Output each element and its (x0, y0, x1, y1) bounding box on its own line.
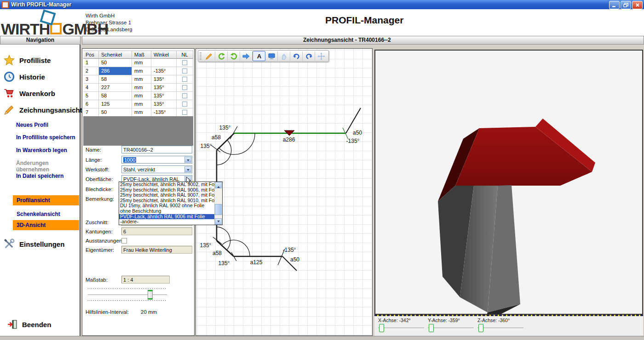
cell-schenkel[interactable]: 58 (99, 92, 132, 100)
name-input[interactable]: TR400166--2 (121, 146, 192, 153)
cell-schenkel[interactable]: 50 (99, 108, 132, 117)
dimension-label: a50 (290, 256, 299, 263)
nl-checkbox[interactable] (182, 93, 187, 98)
move-button[interactable] (315, 51, 327, 61)
undo-button[interactable] (290, 51, 303, 61)
sidebar-item-schenkelansicht[interactable]: Schenkelansicht (13, 209, 79, 219)
column-header-nl[interactable]: NL (177, 51, 193, 59)
nl-checkbox[interactable] (182, 60, 187, 65)
logo-text-left: WIRTH (1, 20, 50, 38)
cart-icon (4, 88, 15, 99)
minimize-button[interactable] (609, 1, 620, 9)
nl-checkbox[interactable] (182, 102, 187, 107)
sidebar-item-3d-ansicht[interactable]: 3D-Ansicht (13, 220, 79, 230)
sidebar-item-profilliste[interactable]: Profilliste (4, 55, 51, 66)
axis-slider-handle[interactable] (379, 324, 384, 332)
sidebar-item-profilansicht[interactable]: Profilansicht (13, 195, 79, 205)
chevron-down-icon[interactable] (184, 157, 191, 163)
column-header-pos[interactable]: Pos (83, 51, 99, 59)
rotate-cw-icon (230, 52, 238, 60)
viewer-3d-panel[interactable] (374, 50, 643, 315)
cell-mass[interactable]: mm (132, 108, 151, 117)
profile-3d-render (375, 51, 642, 314)
nl-checkbox[interactable] (182, 68, 187, 74)
dropdown-scrollbar[interactable] (214, 182, 222, 225)
address-line: Wirth GmbH (86, 12, 132, 19)
scale-slider-track[interactable] (88, 295, 167, 295)
nl-checkbox[interactable] (182, 110, 187, 115)
close-button[interactable] (632, 1, 643, 9)
axis-slider-handle[interactable] (429, 324, 434, 332)
sidebar-item-in-warenkorb-legen[interactable]: In Warenkorb legen (16, 147, 67, 153)
draw-pencil-button[interactable] (203, 51, 215, 61)
cell-winkel[interactable]: 135° (151, 84, 177, 92)
scrollbar-thumb[interactable] (215, 204, 222, 215)
sidebar-item-einstellungen[interactable]: Einstellungen (4, 238, 64, 249)
cell-mass[interactable]: mm (132, 92, 151, 100)
dropdown-option[interactable]: 25my beschichtet, ähnlich RAL 9002, mit … (119, 182, 215, 187)
view-title-bar: Zeichnungsansicht - TR400166--2 (82, 36, 644, 45)
cell-winkel[interactable] (151, 59, 177, 67)
sidebar-item-historie[interactable]: Historie (4, 71, 45, 82)
cell-mass[interactable]: mm (132, 59, 151, 67)
cell-mass[interactable]: mm (132, 84, 151, 92)
axis-slider-track[interactable] (477, 328, 523, 328)
table-header-row: Pos Schenkel Maß Winkel NL (83, 51, 193, 59)
cell-winkel[interactable]: 135° (151, 92, 177, 100)
sidebar-item-beenden[interactable]: Beenden (7, 319, 51, 329)
labels-toggle-button[interactable]: A (253, 51, 265, 61)
scroll-down-icon[interactable] (215, 218, 222, 225)
scroll-up-icon[interactable] (215, 182, 222, 188)
cell-schenkel[interactable]: 125 (99, 100, 132, 108)
axis-slider-handle[interactable] (478, 324, 483, 332)
column-header-mass[interactable]: Maß (132, 51, 151, 59)
cell-schenkel[interactable]: 50 (99, 59, 132, 67)
redo-button[interactable] (303, 51, 315, 61)
cell-pos: 4 (83, 84, 99, 92)
pan-hand-button[interactable] (278, 51, 290, 61)
rotate-cw-button[interactable] (228, 51, 240, 61)
nl-checkbox[interactable] (182, 85, 187, 90)
axis-slider-track[interactable] (378, 328, 424, 328)
sidebar-item-neues-profil[interactable]: Neues Profil (16, 122, 48, 128)
werkstoff-combobox[interactable]: Stahl, verzinkt (121, 165, 192, 173)
laenge-combobox[interactable]: 1000 (121, 156, 192, 164)
cell-winkel[interactable]: -135° (151, 108, 177, 117)
sidebar-item-in-profilliste-speichern[interactable]: In Profilliste speichern (16, 134, 75, 141)
sidebar-item-warenkorb[interactable]: Warenkorb (4, 88, 55, 99)
sidebar-item-zeichnungsansicht[interactable]: Zeichnungsansicht (4, 104, 82, 115)
oberflaeche-dropdown-list: 25my beschichtet, ähnlich RAL 9002, mit … (119, 181, 223, 225)
ausstanzungen-checkbox[interactable] (121, 238, 127, 244)
cell-mass[interactable]: mm (132, 67, 151, 75)
nl-checkbox[interactable] (182, 77, 187, 82)
axis-slider-track[interactable] (428, 328, 474, 328)
close-icon (635, 3, 640, 7)
address-line: D-06188 Landsberg (86, 26, 132, 33)
cell-schenkel[interactable]: 227 (99, 84, 132, 92)
window-bottom-edge (0, 336, 644, 340)
scale-slider-handle[interactable] (148, 290, 153, 300)
toolbar-grip[interactable] (200, 52, 201, 60)
sidebar-item-in-datei-speichern[interactable]: In Datei speichern (16, 173, 63, 179)
fit-screen-button[interactable] (265, 51, 278, 61)
column-header-winkel[interactable]: Winkel (151, 51, 177, 59)
cell-winkel[interactable]: 135° (151, 100, 177, 108)
cell-mass[interactable]: mm (132, 75, 151, 84)
slider-ticks-top (88, 288, 167, 289)
cell-winkel[interactable]: 135° (151, 75, 177, 84)
dropdown-option[interactable]: -andere- (119, 219, 215, 225)
cell-pos: 7 (83, 108, 99, 117)
cell-pos: 3 (83, 75, 99, 84)
cell-mass[interactable]: mm (132, 100, 151, 108)
cell-winkel[interactable]: -135° (151, 67, 177, 75)
cell-schenkel[interactable]: 58 (99, 75, 132, 84)
rotate-ccw-button[interactable] (215, 51, 228, 61)
chevron-down-icon[interactable] (184, 166, 191, 172)
cell-schenkel[interactable]: 286 (99, 67, 132, 75)
column-header-schenkel[interactable]: Schenkel (99, 51, 132, 59)
direction-arrow-button[interactable] (240, 51, 253, 61)
kantungen-label: Kantungen: (86, 229, 113, 234)
dropdown-option[interactable]: ohne Beschichtung (119, 209, 215, 214)
nav-panel: Profilliste Historie Warenkorb Zeichnung… (0, 45, 80, 336)
restore-button[interactable] (621, 1, 631, 9)
